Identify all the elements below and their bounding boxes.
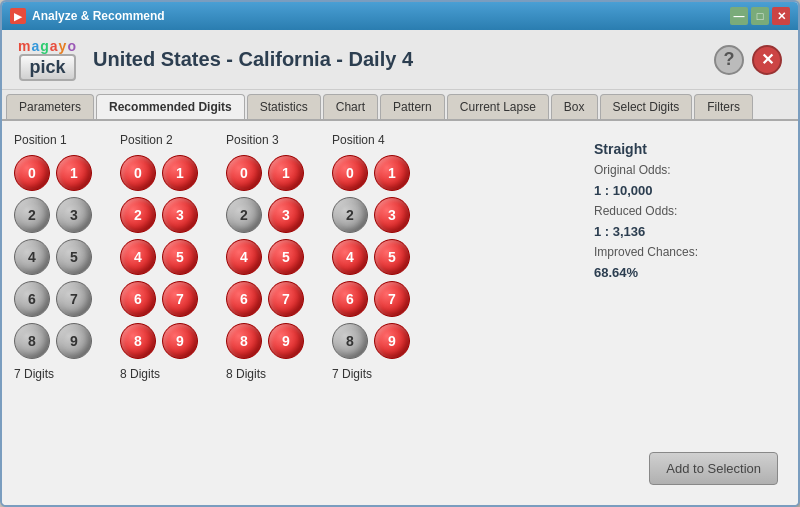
ball-pos3-7[interactable]: 7 [268,281,304,317]
ball-pos1-1[interactable]: 1 [56,155,92,191]
ball-pos1-2[interactable]: 2 [14,197,50,233]
balls-grid-4: 0123456789 [332,155,410,359]
logo-magayo: magayo [18,38,77,54]
tab-box[interactable]: Box [551,94,598,119]
position-label-4: Position 4 [332,133,385,147]
position-label-1: Position 1 [14,133,67,147]
balls-grid-3: 0123456789 [226,155,304,359]
help-button[interactable]: ? [714,45,744,75]
tab-current-lapse[interactable]: Current Lapse [447,94,549,119]
ball-pos1-4[interactable]: 4 [14,239,50,275]
digits-count-3: 8 Digits [226,367,266,381]
main-window: ▶ Analyze & Recommend — □ ✕ magayo pick … [0,0,800,507]
balls-grid-2: 0123456789 [120,155,198,359]
ball-pos3-1[interactable]: 1 [268,155,304,191]
ball-pos2-2[interactable]: 2 [120,197,156,233]
ball-pos4-5[interactable]: 5 [374,239,410,275]
ball-pos1-0[interactable]: 0 [14,155,50,191]
ball-pos2-8[interactable]: 8 [120,323,156,359]
position-col-3: Position 301234567898 Digits [226,133,316,493]
ball-pos3-3[interactable]: 3 [268,197,304,233]
ball-pos1-8[interactable]: 8 [14,323,50,359]
ball-pos4-2[interactable]: 2 [332,197,368,233]
ball-pos3-8[interactable]: 8 [226,323,262,359]
window-icon: ▶ [10,8,26,24]
ball-pos3-9[interactable]: 9 [268,323,304,359]
balls-grid-1: 0123456789 [14,155,92,359]
ball-pos1-7[interactable]: 7 [56,281,92,317]
ball-pos1-6[interactable]: 6 [14,281,50,317]
tab-parameters[interactable]: Parameters [6,94,94,119]
tab-select-digits[interactable]: Select Digits [600,94,693,119]
tab-bar: ParametersRecommended DigitsStatisticsCh… [2,90,798,121]
app-title: United States - California - Daily 4 [93,48,714,71]
tab-recommended[interactable]: Recommended Digits [96,94,245,119]
title-bar-controls: — □ ✕ [730,7,790,25]
improved-chances-label: Improved Chances: [594,245,778,259]
ball-pos4-4[interactable]: 4 [332,239,368,275]
stats-panel: Straight Original Odds: 1 : 10,000 Reduc… [586,133,786,493]
original-odds-label: Original Odds: [594,163,778,177]
ball-pos2-0[interactable]: 0 [120,155,156,191]
app-header: magayo pick United States - California -… [2,30,798,90]
maximize-button[interactable]: □ [751,7,769,25]
title-bar: ▶ Analyze & Recommend — □ ✕ [2,2,798,30]
ball-pos3-2[interactable]: 2 [226,197,262,233]
reduced-odds-label: Reduced Odds: [594,204,778,218]
improved-chances-value: 68.64% [594,265,778,280]
ball-pos2-5[interactable]: 5 [162,239,198,275]
tab-pattern[interactable]: Pattern [380,94,445,119]
ball-pos4-8[interactable]: 8 [332,323,368,359]
window-close-button[interactable]: ✕ [772,7,790,25]
ball-pos2-7[interactable]: 7 [162,281,198,317]
positions-area: Position 101234567897 DigitsPosition 201… [14,133,574,493]
digits-count-1: 7 Digits [14,367,54,381]
position-label-2: Position 2 [120,133,173,147]
logo-pick: pick [19,54,75,81]
original-odds-value: 1 : 10,000 [594,183,778,198]
ball-pos2-6[interactable]: 6 [120,281,156,317]
position-col-2: Position 201234567898 Digits [120,133,210,493]
ball-pos1-9[interactable]: 9 [56,323,92,359]
position-col-4: Position 401234567897 Digits [332,133,422,493]
ball-pos2-3[interactable]: 3 [162,197,198,233]
ball-pos3-4[interactable]: 4 [226,239,262,275]
minimize-button[interactable]: — [730,7,748,25]
header-actions: ? ✕ [714,45,782,75]
stats-title: Straight [594,141,778,157]
tab-filters[interactable]: Filters [694,94,753,119]
ball-pos3-0[interactable]: 0 [226,155,262,191]
reduced-odds-value: 1 : 3,136 [594,224,778,239]
tab-statistics[interactable]: Statistics [247,94,321,119]
app-logo: magayo pick [18,38,77,81]
ball-pos1-5[interactable]: 5 [56,239,92,275]
digits-count-2: 8 Digits [120,367,160,381]
position-label-3: Position 3 [226,133,279,147]
ball-pos3-5[interactable]: 5 [268,239,304,275]
digits-count-4: 7 Digits [332,367,372,381]
ball-pos4-0[interactable]: 0 [332,155,368,191]
main-content: Position 101234567897 DigitsPosition 201… [2,121,798,505]
add-to-selection-button[interactable]: Add to Selection [649,452,778,485]
tab-chart[interactable]: Chart [323,94,378,119]
ball-pos1-3[interactable]: 3 [56,197,92,233]
ball-pos3-6[interactable]: 6 [226,281,262,317]
ball-pos4-9[interactable]: 9 [374,323,410,359]
ball-pos2-1[interactable]: 1 [162,155,198,191]
ball-pos2-4[interactable]: 4 [120,239,156,275]
ball-pos4-7[interactable]: 7 [374,281,410,317]
window-title: Analyze & Recommend [32,9,165,23]
ball-pos4-1[interactable]: 1 [374,155,410,191]
ball-pos4-6[interactable]: 6 [332,281,368,317]
ball-pos4-3[interactable]: 3 [374,197,410,233]
ball-pos2-9[interactable]: 9 [162,323,198,359]
position-col-1: Position 101234567897 Digits [14,133,104,493]
close-app-button[interactable]: ✕ [752,45,782,75]
